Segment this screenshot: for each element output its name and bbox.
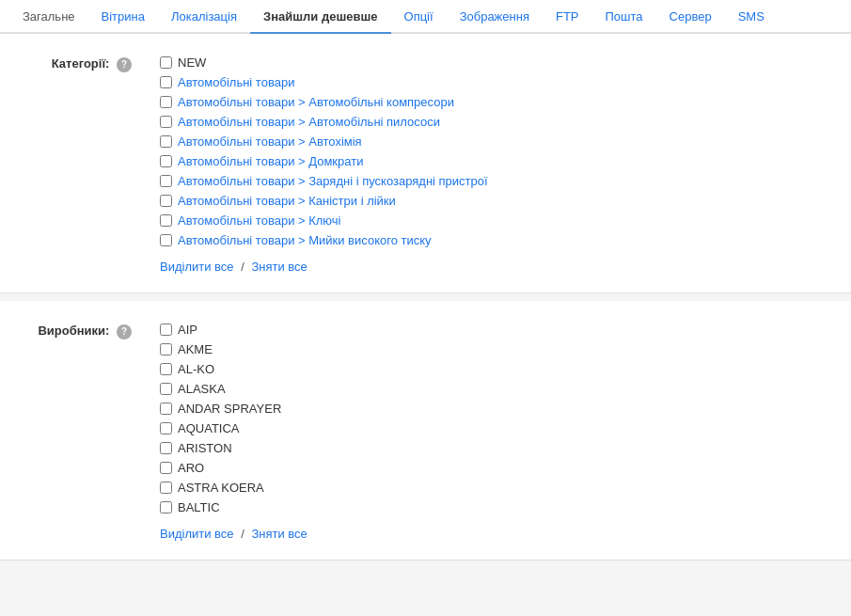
category-label-auto-vacuums[interactable]: Автомобільні товари > Автомобільні пилос… (178, 115, 440, 129)
manufacturer-item-astra-koera: ASTRA KOERA (160, 478, 823, 498)
category-item-auto-canisters: Автомобільні товари > Каністри і лійки (160, 191, 823, 211)
manufacturer-item-al-ko: AL-KO (160, 359, 823, 379)
category-item-auto-chargers: Автомобільні товари > Зарядні і пускозар… (160, 171, 823, 191)
manufacturer-item-alaska: ALASKA (160, 379, 823, 399)
category-item-auto-vacuums: Автомобільні товари > Автомобільні пилос… (160, 112, 823, 132)
manufacturer-item-baltic: BALTIC (160, 498, 823, 517)
manufacturer-checkbox-aquatica[interactable] (160, 422, 172, 434)
nav-item-mail[interactable]: Пошта (592, 0, 656, 34)
category-item-auto-washers: Автомобільні товари > Мийки високого тис… (160, 230, 823, 250)
manufacturer-checkbox-ariston[interactable] (160, 442, 172, 454)
categories-section: Категорії: ? NEWАвтомобільні товариАвтом… (0, 34, 851, 293)
nav-item-sms[interactable]: SMS (725, 0, 778, 34)
manufacturers-deselect-all-link[interactable]: Зняти все (251, 527, 307, 541)
manufacturers-select-all-row: Виділити все / Зняти все (160, 527, 823, 541)
manufacturer-item-akme: AKME (160, 340, 823, 359)
manufacturer-checkbox-astra-koera[interactable] (160, 482, 172, 494)
manufacturer-label-aip[interactable]: AIP (178, 323, 197, 337)
manufacturer-checkbox-andar-sprayer[interactable] (160, 403, 172, 415)
manufacturer-label-baltic[interactable]: BALTIC (178, 500, 220, 514)
nav-item-options[interactable]: Опції (391, 0, 447, 34)
manufacturer-item-andar-sprayer: ANDAR SPRAYER (160, 399, 823, 419)
category-item-auto-goods: Автомобільні товари (160, 72, 823, 92)
nav-item-images[interactable]: Зображення (447, 0, 543, 34)
category-item-auto-compressors: Автомобільні товари > Автомобільні компр… (160, 92, 823, 112)
manufacturer-label-andar-sprayer[interactable]: ANDAR SPRAYER (178, 402, 281, 416)
category-label-auto-keys[interactable]: Автомобільні товари > Ключі (178, 213, 341, 228)
categories-select-all-link[interactable]: Виділити все (160, 260, 234, 274)
categories-label: Категорії: ? (28, 53, 132, 274)
category-checkbox-auto-compressors[interactable] (160, 96, 172, 108)
manufacturer-checkbox-aip[interactable] (160, 324, 172, 336)
category-label-auto-jacks[interactable]: Автомобільні товари > Домкрати (178, 154, 363, 168)
category-checkbox-auto-vacuums[interactable] (160, 116, 172, 128)
top-navigation: ЗагальнеВітринаЛокалізаціяЗнайшли дешевш… (0, 0, 851, 34)
category-checkbox-auto-goods[interactable] (160, 76, 172, 88)
manufacturers-divider: / (238, 527, 248, 541)
manufacturers-label-text: Виробники: (38, 324, 109, 338)
nav-item-server[interactable]: Сервер (656, 0, 725, 34)
nav-item-showcase[interactable]: Вітрина (88, 0, 158, 34)
manufacturer-label-akme[interactable]: AKME (178, 342, 213, 356)
manufacturer-checkbox-baltic[interactable] (160, 501, 172, 513)
manufacturer-label-aquatica[interactable]: AQUATICA (178, 421, 240, 435)
category-label-new[interactable]: NEW (178, 55, 206, 70)
manufacturer-label-al-ko[interactable]: AL-KO (178, 362, 214, 376)
category-label-auto-goods[interactable]: Автомобільні товари (178, 75, 294, 89)
category-item-auto-jacks: Автомобільні товари > Домкрати (160, 151, 823, 171)
category-checkbox-auto-chemistry[interactable] (160, 135, 172, 148)
manufacturer-item-aquatica: AQUATICA (160, 419, 823, 438)
category-label-auto-chargers[interactable]: Автомобільні товари > Зарядні і пускозар… (178, 174, 488, 188)
category-checkbox-auto-canisters[interactable] (160, 195, 172, 207)
category-checkbox-auto-jacks[interactable] (160, 155, 172, 167)
manufacturers-select-all-link[interactable]: Виділити все (160, 527, 234, 541)
manufacturer-label-astra-koera[interactable]: ASTRA KOERA (178, 481, 264, 495)
manufacturer-checkbox-akme[interactable] (160, 343, 172, 355)
category-label-auto-chemistry[interactable]: Автомобільні товари > Автохімія (178, 134, 362, 149)
categories-deselect-all-link[interactable]: Зняти все (251, 260, 307, 274)
nav-item-ftp[interactable]: FTP (543, 0, 592, 34)
manufacturers-label: Виробники: ? (28, 320, 132, 541)
category-checkbox-new[interactable] (160, 56, 172, 69)
manufacturers-section: Виробники: ? AIPAKMEAL-KOALASKAANDAR SPR… (0, 301, 851, 561)
manufacturers-info-icon[interactable]: ? (117, 324, 132, 340)
manufacturer-checkbox-alaska[interactable] (160, 383, 172, 395)
manufacturer-item-ariston: ARISTON (160, 438, 823, 458)
categories-info-icon[interactable]: ? (117, 57, 132, 72)
manufacturers-checkbox-list: AIPAKMEAL-KOALASKAANDAR SPRAYERAQUATICAA… (160, 320, 823, 541)
categories-select-all-row: Виділити все / Зняти все (160, 260, 823, 274)
manufacturer-item-aip: AIP (160, 320, 823, 340)
nav-item-found-cheaper[interactable]: Знайшли дешевше (250, 0, 391, 34)
nav-item-localization[interactable]: Локалізація (158, 0, 250, 34)
manufacturer-label-aro[interactable]: ARO (178, 461, 204, 475)
manufacturer-checkbox-al-ko[interactable] (160, 363, 172, 375)
category-label-auto-washers[interactable]: Автомобільні товари > Мийки високого тис… (178, 233, 432, 247)
category-label-auto-compressors[interactable]: Автомобільні товари > Автомобільні компр… (178, 95, 454, 109)
category-item-auto-keys: Автомобільні товари > Ключі (160, 211, 823, 230)
category-item-new: NEW (160, 53, 823, 72)
categories-divider: / (238, 260, 248, 274)
nav-item-general[interactable]: Загальне (9, 0, 88, 34)
category-label-auto-canisters[interactable]: Автомобільні товари > Каністри і лійки (178, 194, 396, 208)
category-item-auto-chemistry: Автомобільні товари > Автохімія (160, 132, 823, 151)
category-checkbox-auto-keys[interactable] (160, 214, 172, 227)
manufacturer-label-ariston[interactable]: ARISTON (178, 441, 232, 455)
categories-checkbox-list: NEWАвтомобільні товариАвтомобільні товар… (160, 53, 823, 274)
category-checkbox-auto-chargers[interactable] (160, 175, 172, 187)
manufacturer-label-alaska[interactable]: ALASKA (178, 382, 226, 396)
manufacturer-item-aro: ARO (160, 458, 823, 478)
category-checkbox-auto-washers[interactable] (160, 234, 172, 246)
categories-label-text: Категорії: (52, 56, 110, 71)
manufacturer-checkbox-aro[interactable] (160, 462, 172, 474)
main-content: Категорії: ? NEWАвтомобільні товариАвтом… (0, 34, 851, 561)
